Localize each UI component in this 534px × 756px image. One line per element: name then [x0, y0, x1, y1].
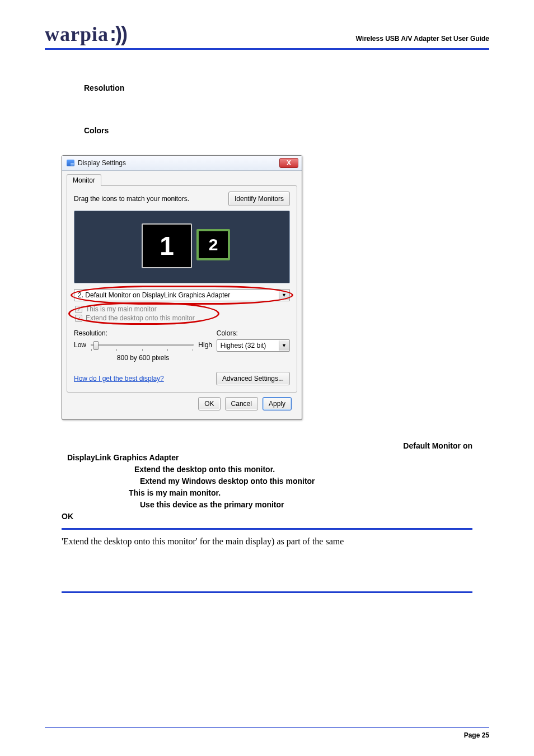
chevron-down-icon[interactable]: ▼ — [279, 340, 289, 351]
resolution-value: 800 by 600 pixels — [74, 354, 212, 362]
cancel-button[interactable]: Cancel — [225, 397, 258, 410]
instruction-block: Default Monitor on DisplayLink Graphics … — [62, 440, 472, 522]
extend-desktop-checkbox[interactable]: ✓ — [75, 315, 82, 322]
page-footer: Page 25 — [45, 727, 489, 739]
instruction-main-monitor: This is my main monitor. — [129, 487, 472, 499]
resolution-heading: Resolution — [84, 83, 472, 92]
display-settings-dialog: Display Settings X Monitor Drag the icon… — [62, 155, 302, 420]
page-header: warpia:)) Wireless USB A/V Adapter Set U… — [45, 22, 489, 46]
instruction-default-monitor: Default Monitor on — [403, 440, 472, 452]
main-monitor-checkbox-row: ✓ This is my main monitor — [75, 305, 290, 314]
instruction-extend-my-windows: Extend my Windows desktop onto this moni… — [140, 475, 472, 487]
colors-heading: Colors — [84, 126, 472, 135]
tab-panel: Drag the icons to match your monitors. I… — [67, 185, 297, 393]
main-monitor-checkbox[interactable]: ✓ — [75, 306, 82, 313]
brand-waves-icon: :)) — [110, 22, 127, 45]
extend-desktop-checkbox-row: ✓ Extend the desktop onto this monitor — [75, 314, 290, 323]
dialog-screenshot: Display Settings X Monitor Drag the icon… — [62, 155, 472, 420]
advanced-settings-button[interactable]: Advanced Settings... — [216, 372, 290, 385]
monitor-select-value: 2. Default Monitor on DisplayLink Graphi… — [78, 291, 230, 299]
divider-thick-2 — [62, 591, 472, 593]
apply-button[interactable]: Apply — [263, 397, 292, 410]
dialog-button-row: OK Cancel Apply — [67, 393, 297, 415]
extend-desktop-label: Extend the desktop onto this monitor — [86, 314, 195, 322]
identify-monitors-button[interactable]: Identify Monitors — [228, 192, 290, 206]
tab-monitor[interactable]: Monitor — [67, 174, 101, 186]
brand-logo: warpia:)) — [45, 22, 127, 46]
instruction-ok: OK — [48, 511, 472, 522]
page-number: Page 25 — [45, 731, 489, 739]
resolution-slider[interactable]: Low High — [74, 339, 212, 351]
chevron-down-icon[interactable]: ▼ — [279, 290, 289, 300]
doc-title: Wireless USB A/V Adapter Set User Guide — [356, 35, 489, 46]
footer-rule — [45, 727, 489, 728]
display-settings-icon — [67, 160, 74, 166]
dialog-titlebar: Display Settings X — [62, 156, 302, 171]
brand-name: warpia — [45, 23, 109, 45]
slider-low-label: Low — [74, 341, 86, 349]
colors-value: Highest (32 bit) — [221, 342, 266, 349]
monitor-select-dropdown[interactable]: 2. Default Monitor on DisplayLink Graphi… — [74, 289, 290, 301]
help-link[interactable]: How do I get the best display? — [74, 375, 164, 382]
close-button[interactable]: X — [279, 158, 298, 168]
slider-high-label: High — [198, 341, 212, 349]
slider-track[interactable] — [91, 344, 194, 346]
note-text: 'Extend the desktop onto this monitor' f… — [62, 536, 472, 547]
drag-instruction: Drag the icons to match your monitors. — [74, 195, 189, 203]
ok-button[interactable]: OK — [198, 397, 220, 410]
instruction-adapter: DisplayLink Graphics Adapter — [67, 452, 472, 464]
divider-thick — [62, 528, 472, 530]
monitor-2-icon[interactable]: 2 — [196, 229, 230, 260]
monitor-1-icon[interactable]: 1 — [142, 223, 192, 268]
main-monitor-label: This is my main monitor — [86, 305, 157, 313]
page-body: Resolution Colors Display Settings X Mon… — [45, 50, 489, 593]
colors-label: Colors: — [217, 329, 290, 337]
instruction-use-device: Use this device as the primary monitor — [140, 499, 472, 511]
dialog-title: Display Settings — [78, 159, 126, 167]
colors-dropdown[interactable]: Highest (32 bit) ▼ — [217, 339, 290, 352]
resolution-label: Resolution: — [74, 329, 212, 337]
monitor-layout-area[interactable]: 1 2 — [74, 211, 290, 283]
instruction-extend-desktop: Extend the desktop onto this monitor. — [134, 464, 472, 475]
